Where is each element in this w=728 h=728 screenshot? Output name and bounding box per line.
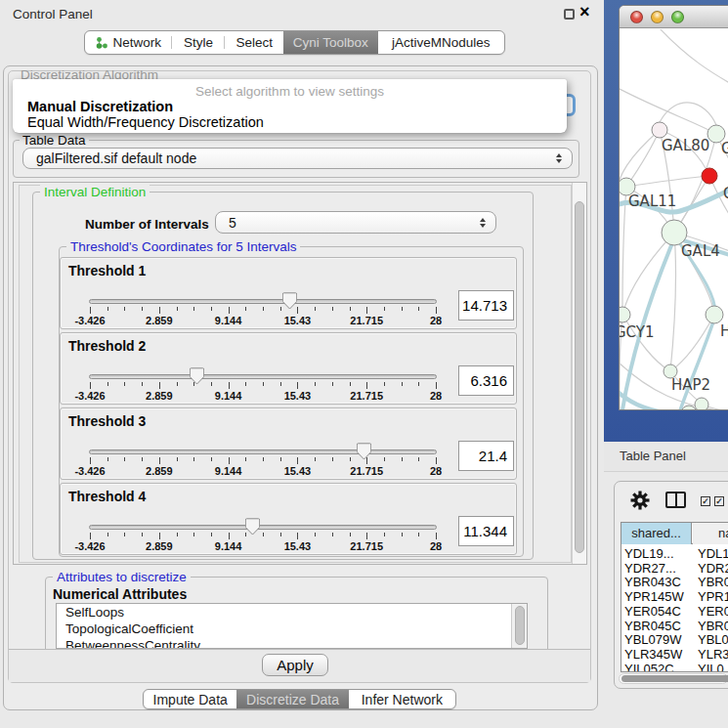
slider-tick-label: 28 xyxy=(430,465,442,477)
column-header-name[interactable]: na xyxy=(693,523,728,544)
dropdown-prompt-item[interactable]: Select algorithm to view settings xyxy=(13,84,567,99)
threshold-slider-thumb[interactable] xyxy=(357,443,371,460)
slider-tick xyxy=(90,382,91,389)
tab-impute-data[interactable]: Impute Data xyxy=(144,690,236,708)
network-edge[interactable] xyxy=(660,103,716,125)
zoom-traffic-light[interactable] xyxy=(671,11,684,23)
close-icon[interactable]: × xyxy=(579,2,590,22)
table-data-combobox[interactable]: galFiltered.sif default node xyxy=(22,148,573,169)
threshold-value-field[interactable]: 14.713 xyxy=(458,290,514,321)
minimize-traffic-light[interactable] xyxy=(651,11,664,23)
table-row[interactable]: YDL19...YDL1 xyxy=(621,546,728,561)
checkbox-icon[interactable]: ✓ xyxy=(701,496,710,506)
scrollbar-thumb[interactable] xyxy=(575,201,584,553)
threshold-value-field[interactable]: 21.4 xyxy=(458,441,514,471)
table-row[interactable]: YBR045CYBR0 xyxy=(621,619,728,633)
threshold-panel-3: Threshold 3-3.4262.8599.14415.4321.71528… xyxy=(60,407,517,480)
threshold-slider-track[interactable] xyxy=(89,450,437,454)
tab-infer-network[interactable]: Infer Network xyxy=(349,690,455,708)
close-traffic-light[interactable] xyxy=(630,11,643,23)
slider-tick xyxy=(107,382,108,386)
network-edge[interactable] xyxy=(622,187,626,315)
slider-tick xyxy=(177,382,178,386)
network-view-window[interactable]: GAL80GACGAL11GAL4GCY1HAHAP2 xyxy=(619,5,728,410)
slider-tick xyxy=(280,307,281,311)
tab-label: jActiveMNodules xyxy=(392,35,491,50)
dropdown-item-equal-width[interactable]: Equal Width/Frequency Discretization xyxy=(27,114,264,130)
table-row[interactable]: YDR27...YDR2 xyxy=(621,561,728,576)
table-row[interactable]: YIL052CYIL0 xyxy=(621,662,728,672)
node-table[interactable]: shared... na YDL19...YDL1YDR27...YDR2YBR… xyxy=(621,522,728,672)
vertical-scrollbar[interactable] xyxy=(572,183,586,564)
cell-name: YDL1 xyxy=(698,546,728,561)
apply-button[interactable]: Apply xyxy=(262,654,328,676)
slider-tick xyxy=(107,533,108,536)
slider-tick xyxy=(90,457,91,464)
threshold-slider-thumb[interactable] xyxy=(190,367,204,385)
network-edge[interactable] xyxy=(670,233,675,371)
tab-discretize-data[interactable]: Discretize Data xyxy=(236,690,348,708)
dropdown-item-manual[interactable]: Manual Discretization xyxy=(27,99,173,114)
tab-style[interactable]: Style xyxy=(172,31,226,54)
checkbox-icon[interactable]: ✓ xyxy=(714,496,724,506)
network-edge[interactable] xyxy=(626,176,709,187)
network-node[interactable] xyxy=(620,307,630,322)
table-row[interactable]: YBL079WYBL0 xyxy=(621,632,728,647)
number-of-intervals-combobox[interactable]: 5 xyxy=(215,211,496,234)
tab-cyni-toolbox[interactable]: Cyni Toolbox xyxy=(283,31,378,54)
threshold-slider-track[interactable] xyxy=(89,525,437,530)
threshold-value-field[interactable]: 11.344 xyxy=(458,516,514,546)
threshold-slider-thumb[interactable] xyxy=(245,518,260,535)
network-edge-thick[interactable] xyxy=(620,391,674,410)
gear-icon[interactable] xyxy=(630,491,650,514)
cell-shared-name: YDR27... xyxy=(624,561,676,576)
network-node[interactable] xyxy=(681,406,697,410)
scrollbar-thumb[interactable] xyxy=(515,606,525,645)
slider-tick xyxy=(315,382,316,386)
tab-jactivemnodules[interactable]: jActiveMNodules xyxy=(378,31,504,54)
slider-tick-label: 21.715 xyxy=(350,465,383,477)
network-graph-canvas[interactable]: GAL80GACGAL11GAL4GCY1HAHAP2 xyxy=(620,29,728,410)
network-edge[interactable] xyxy=(670,315,714,371)
attribute-list-item[interactable]: SelfLoops xyxy=(57,604,527,621)
table-horizontal-scrollbar[interactable] xyxy=(619,673,728,684)
table-row[interactable]: YBR043CYBR0 xyxy=(621,575,728,589)
tab-label: Impute Data xyxy=(153,692,228,707)
slider-tick xyxy=(436,307,437,314)
column-header-shared-name[interactable]: shared... xyxy=(621,523,692,544)
network-node[interactable] xyxy=(695,398,708,410)
float-window-icon[interactable] xyxy=(564,9,575,20)
threshold-slider-track[interactable] xyxy=(89,299,437,304)
network-node[interactable] xyxy=(702,168,717,184)
slider-tick xyxy=(177,307,178,311)
network-node[interactable] xyxy=(706,306,723,323)
attributes-list-scrollbar[interactable] xyxy=(511,604,527,648)
tab-select[interactable]: Select xyxy=(225,31,283,54)
slider-tick xyxy=(350,533,351,536)
network-edge[interactable] xyxy=(659,29,728,86)
slider-tick-label: 2.859 xyxy=(146,315,173,326)
slider-tick-label: 15.43 xyxy=(284,390,312,402)
threshold-slider-thumb[interactable] xyxy=(282,292,297,310)
threshold-value-field[interactable]: 6.316 xyxy=(458,365,514,396)
attribute-list-item[interactable]: BetweennessCentrality xyxy=(57,637,527,649)
threshold-slider-track[interactable] xyxy=(89,374,437,379)
slider-tick xyxy=(229,457,230,464)
table-row[interactable]: YER054CYER0 xyxy=(621,604,728,619)
network-edge-thick[interactable] xyxy=(678,319,714,410)
columns-icon[interactable] xyxy=(665,492,686,508)
scrollbar-thumb[interactable] xyxy=(621,675,728,682)
attributes-list[interactable]: SelfLoopsTopologicalCoefficientBetweenne… xyxy=(56,603,528,649)
slider-tick xyxy=(402,382,403,386)
threshold-label: Threshold 4 xyxy=(68,489,146,504)
threshold-coordinates-title: Threshold's Coordinates for 5 Intervals xyxy=(66,239,300,254)
network-node-label: GCY1 xyxy=(620,323,655,341)
slider-tick xyxy=(332,307,333,311)
table-row[interactable]: YLR345WYLR3 xyxy=(621,647,728,662)
network-node[interactable] xyxy=(652,122,667,138)
slider-tick xyxy=(418,533,419,536)
table-row[interactable]: YPR145WYPR1 xyxy=(621,589,728,604)
attribute-list-item[interactable]: TopologicalCoefficient xyxy=(57,621,527,637)
tab-network[interactable]: Network xyxy=(85,31,172,54)
number-of-intervals-value: 5 xyxy=(216,215,236,231)
